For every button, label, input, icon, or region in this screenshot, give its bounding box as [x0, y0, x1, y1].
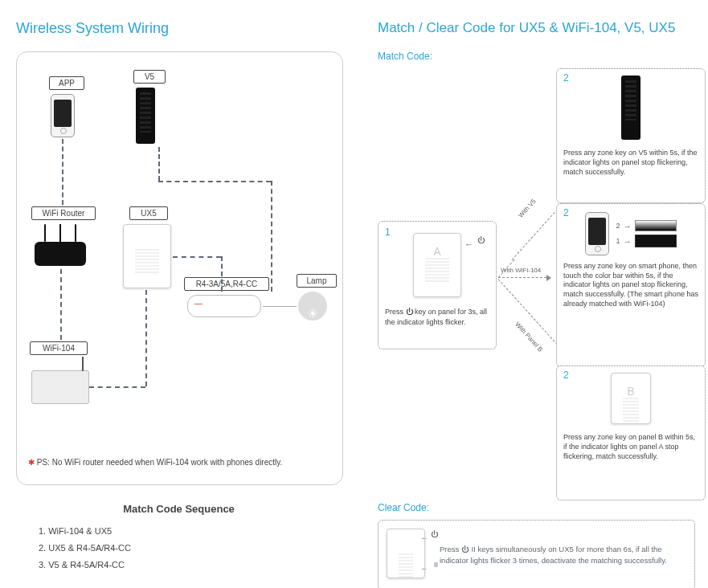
- step1-ux5-panel: [413, 233, 461, 297]
- step2-panelb-box: 2 Press any zone key on panel B within 5…: [556, 365, 706, 500]
- right-title: Match / Clear Code for UX5 & WiFi-104, V…: [378, 20, 695, 36]
- ps-note: ✱ PS: No WiFi router needed when WiFi-10…: [28, 458, 282, 467]
- label-wifi-router: WiFi Router: [31, 206, 96, 220]
- label-ux5: UX5: [129, 206, 168, 220]
- seq-item-1: 1. WiFi-104 & UX5: [39, 523, 354, 540]
- match-heading: Match Code:: [378, 51, 695, 62]
- device-ux5-panel: [123, 224, 171, 292]
- wire-v5-recv-v1: [158, 147, 160, 181]
- seq-title: Match Code Sequence: [16, 503, 342, 515]
- annot-1: 1: [616, 237, 620, 245]
- label-app: APP: [49, 76, 84, 90]
- ps-note-text: PS: No WiFi router needed when WiFi-104 …: [37, 458, 283, 467]
- step2-v5-text: Press any zone key on V5 within 5s, if t…: [563, 148, 698, 177]
- step2-wifi-text: Press any zone key on smart phone, then …: [563, 262, 698, 308]
- step2-wifi-phone: [585, 212, 609, 255]
- page: Wireless System Wiring APP V5 WiFi Route…: [0, 0, 708, 588]
- device-phone: [51, 94, 75, 141]
- label-receiver: R4-3A/5A,R4-CC: [184, 277, 269, 291]
- device-lamp: [298, 292, 327, 324]
- label-v5: V5: [133, 70, 166, 84]
- device-v5-remote: [136, 88, 155, 147]
- left-column: Wireless System Wiring APP V5 WiFi Route…: [16, 20, 354, 574]
- step2-panelb-text: Press any zone key on panel B within 5s,…: [563, 432, 698, 461]
- wire-ux5-recv-h: [173, 256, 221, 258]
- step2-panelb-num: 2: [563, 370, 569, 381]
- wire-router-wifi104: [60, 269, 62, 340]
- step2-v5-box: 2 Press any zone key on V5 within 5s, if…: [556, 68, 706, 203]
- label-lamp: Lamp: [297, 274, 337, 288]
- clear-power-icon: ⏻: [431, 530, 438, 538]
- clear-ii-icon: II: [434, 561, 438, 569]
- step1-panel-wrap: ⏻ ←: [385, 233, 489, 299]
- device-wifi104: [31, 370, 89, 407]
- wire-recv-lamp: [263, 306, 297, 307]
- match-diagram: 1 ⏻ ← Press ⏻ key on panel for 3s, all t…: [378, 68, 695, 494]
- seq-item-3: 3. V5 & R4-5A/R4-CC: [39, 557, 354, 574]
- clear-box: ⏻ ← II ← Press ⏻ II keys simultaneously …: [378, 520, 695, 588]
- seq-item-2: 2. UX5 & R4-5A/R4-CC: [39, 540, 354, 557]
- path-label-v5: With V5: [517, 198, 537, 219]
- wire-v5-recv-h: [158, 181, 271, 182]
- clear-text: Press ⏻ II keys simultaneously on UX5 fo…: [440, 544, 686, 567]
- step1-box: 1 ⏻ ← Press ⏻ key on panel for 3s, all t…: [378, 221, 497, 349]
- arrow-wifi: [498, 277, 546, 278]
- zonebar-icon: [635, 235, 677, 247]
- annot-2: 2: [616, 222, 620, 230]
- clear-devices: ⏻ ← II ←: [387, 529, 425, 582]
- step2-wifi-devices: 2→ 1→: [563, 212, 698, 255]
- wire-wifi104-ux5-h: [89, 386, 145, 388]
- wire-app-router: [62, 139, 63, 205]
- clear-heading: Clear Code:: [378, 502, 695, 513]
- wire-wifi104-ux5-v: [145, 290, 147, 386]
- right-column: Match / Clear Code for UX5 & WiFi-104, V…: [378, 20, 695, 588]
- power-icon: ⏻: [477, 236, 485, 244]
- step2-v5-num: 2: [563, 72, 569, 84]
- device-router: [35, 242, 86, 269]
- left-title: Wireless System Wiring: [16, 20, 354, 37]
- step1-text: Press ⏻ key on panel for 3s, all the ind…: [385, 307, 489, 327]
- device-receiver: [187, 295, 261, 321]
- step2-v5-device: [563, 76, 698, 141]
- step2-panelb-device: [563, 373, 698, 426]
- wiring-diagram: APP V5 WiFi Router UX5 R4-3A/5A,R4-CC La…: [16, 51, 343, 485]
- colorbar-icon: [635, 220, 677, 231]
- wire-v5-recv-v2: [271, 181, 272, 292]
- label-wifi104: WiFi-104: [30, 341, 88, 355]
- clear-ux5-panel: [387, 529, 425, 578]
- wire-ux5-recv-v: [221, 256, 223, 292]
- seq-list: 1. WiFi-104 & UX5 2. UX5 & R4-5A/R4-CC 3…: [16, 523, 354, 574]
- step2-wifi-box: 2 2→ 1→ Press any zone key on smart phon…: [556, 203, 706, 367]
